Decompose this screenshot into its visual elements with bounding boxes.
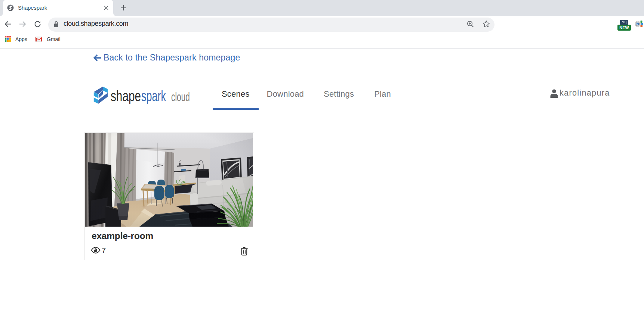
svg-text:spark: spark (141, 88, 166, 104)
svg-text:cloud: cloud (171, 90, 190, 104)
svg-text:shape: shape (111, 88, 141, 104)
